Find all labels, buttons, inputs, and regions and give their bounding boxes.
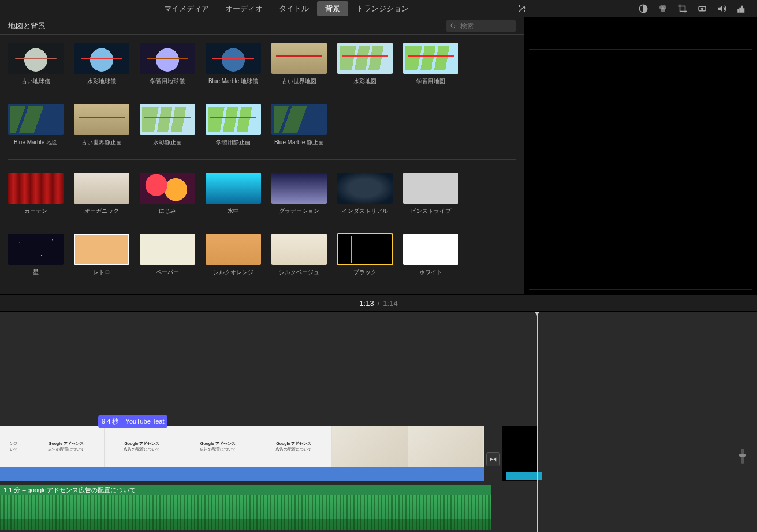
thumb-old-globe[interactable]: 古い地球儀	[8, 43, 64, 85]
svg-rect-6	[738, 10, 739, 13]
thumb-bluemarble-map[interactable]: Blue Marble 地図	[8, 104, 64, 147]
clip-frame: Google アドセンス広告の配置について	[256, 426, 332, 467]
thumb-retro[interactable]: レトロ	[74, 234, 129, 276]
clip-frame: Google アドセンス広告の配置について	[28, 426, 104, 467]
svg-point-5	[701, 8, 704, 10]
transition-icon	[489, 455, 497, 463]
search-field[interactable]	[446, 20, 516, 32]
svg-point-3	[661, 8, 665, 13]
tab-mymedia[interactable]: マイメディア	[156, 1, 217, 16]
volume-icon[interactable]	[717, 3, 727, 14]
thumb-paper[interactable]: ペーパー	[140, 234, 195, 276]
thumb-silk-orange[interactable]: シルクオレンジ	[206, 234, 261, 276]
thumb-underwater[interactable]: 水中	[206, 173, 261, 215]
enhance-icon[interactable]	[517, 3, 527, 14]
audio-track[interactable]: 1.1 分 – googleアドセンス広告の配置について	[0, 485, 757, 530]
preview-viewport[interactable]	[529, 49, 752, 290]
thumb-gradient[interactable]: グラデーション	[271, 173, 327, 215]
svg-rect-7	[740, 8, 741, 13]
time-current: 1:13	[359, 299, 374, 308]
tab-background[interactable]: 背景	[317, 1, 348, 16]
thumb-old-worldmap[interactable]: 古い世界地図	[271, 43, 327, 85]
time-sep: /	[378, 299, 380, 308]
playhead[interactable]	[537, 312, 538, 532]
media-tabs: マイメディア オーディオ タイトル 背景 トランジション	[156, 1, 417, 16]
thumb-silk-beige[interactable]: シルクベージュ	[271, 234, 327, 276]
clip-frame	[332, 426, 408, 467]
transition-clip[interactable]	[486, 452, 500, 466]
thumb-organic[interactable]: オーガニック	[74, 173, 129, 215]
video-track[interactable]: ンスいて Google アドセンス広告の配置について Google アドセンス広…	[0, 426, 538, 481]
audio-clip-label: 1.1 分 – googleアドセンス広告の配置について	[0, 485, 491, 495]
search-input[interactable]	[460, 22, 506, 30]
timecode-bar: 1:13 / 1:14	[0, 294, 757, 312]
thumb-blobs[interactable]: にじみ	[140, 173, 195, 215]
color-correction-icon[interactable]	[658, 3, 668, 14]
tab-transition[interactable]: トランジション	[348, 1, 417, 16]
thumb-bluemarble-still[interactable]: Blue Marble 静止画	[271, 104, 327, 147]
thumb-stars[interactable]: 星	[8, 234, 64, 276]
svg-rect-8	[741, 6, 743, 13]
clip-frame: Google アドセンス広告の配置について	[105, 426, 180, 467]
preview-panel	[524, 17, 757, 294]
clip-tooltip: 9.4 秒 – YouTube Teat	[98, 415, 167, 428]
video-clip-main[interactable]: ンスいて Google アドセンス広告の配置について Google アドセンス広…	[0, 426, 484, 481]
stabilize-icon[interactable]	[697, 3, 707, 14]
color-balance-icon[interactable]	[638, 3, 648, 14]
clip-frame: ンスいて	[0, 426, 28, 467]
thumb-old-world-still[interactable]: 古い世界静止画	[74, 104, 129, 147]
thumb-study-globe[interactable]: 学習用地球儀	[140, 43, 195, 85]
thumb-white[interactable]: ホワイト	[403, 234, 458, 276]
thumb-study-still[interactable]: 学習用静止画	[206, 104, 261, 147]
tab-audio[interactable]: オーディオ	[217, 1, 271, 16]
tab-title[interactable]: タイトル	[271, 1, 317, 16]
svg-rect-9	[743, 9, 744, 12]
thumb-curtain[interactable]: カーテン	[8, 173, 64, 215]
clip-audio-black[interactable]	[506, 472, 542, 480]
time-duration: 1:14	[383, 299, 397, 308]
thumb-study-map[interactable]: 学習用地図	[403, 43, 458, 85]
crop-icon[interactable]	[677, 3, 688, 14]
thumb-watercolor-still[interactable]: 水彩静止画	[140, 104, 195, 147]
thumb-pinstripe[interactable]: ピンストライプ	[403, 173, 458, 215]
search-icon	[450, 23, 457, 29]
clip-frame	[408, 426, 484, 467]
browser-title: 地図と背景	[8, 21, 46, 31]
timeline-zoom-slider[interactable]	[741, 449, 744, 464]
thumb-industrial[interactable]: インダストリアル	[337, 173, 393, 215]
thumb-black[interactable]: ブラック	[337, 234, 393, 276]
timeline[interactable]: 9.4 秒 – YouTube Teat ンスいて Google アドセンス広告…	[0, 312, 757, 532]
clip-frame: Google アドセンス広告の配置について	[180, 426, 256, 467]
audio-waveform[interactable]	[0, 495, 491, 530]
svg-point-10	[451, 24, 454, 27]
thumb-watercolor-globe[interactable]: 水彩地球儀	[74, 43, 129, 85]
thumb-bluemarble-globe[interactable]: Blue Marble 地球儀	[206, 43, 261, 85]
thumbnail-grid: 古い地球儀 水彩地球儀 学習用地球儀 Blue Marble 地球儀 古い世界地…	[0, 35, 524, 284]
thumb-watercolor-map[interactable]: 水彩地図	[337, 43, 393, 85]
info-icon[interactable]	[736, 3, 747, 14]
